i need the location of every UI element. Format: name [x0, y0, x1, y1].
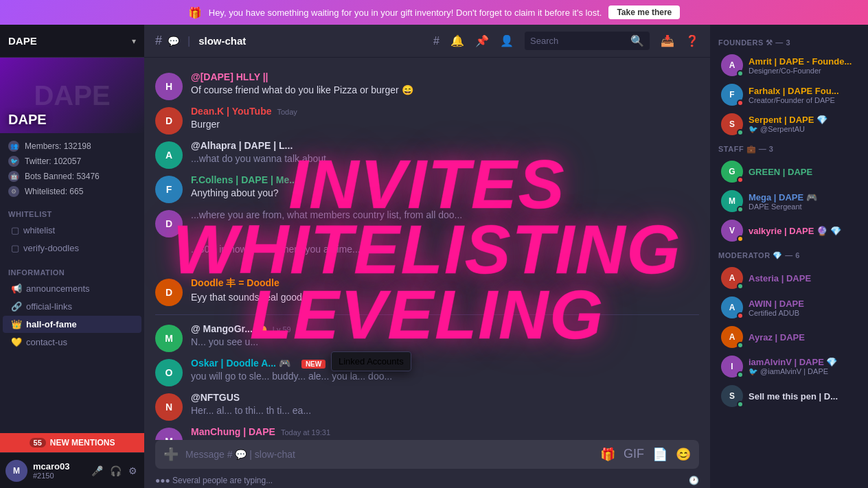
gif-icon[interactable]: GIF	[624, 447, 644, 462]
server-header[interactable]: DAPE ▾	[0, 25, 144, 58]
new-mentions-bar[interactable]: 55 NEW MENTIONS	[0, 433, 144, 452]
notif-text: Hey, you have something waiting for you …	[209, 8, 602, 18]
member-awin[interactable]: A AWIN | DAPE Certified ADUB	[713, 293, 865, 322]
status-online-dot	[737, 342, 744, 349]
inbox-icon[interactable]: 📥	[661, 34, 674, 47]
avatar: N	[155, 393, 183, 421]
megaphone-icon: 📢	[11, 283, 22, 294]
new-badge: NEW	[301, 360, 326, 369]
gift-icon[interactable]: 🎁	[600, 447, 615, 462]
avatar: F	[155, 176, 183, 203]
message-text: Eyy that sounds real good	[191, 291, 699, 305]
message-author: ManChung | DAPE	[191, 426, 275, 437]
emoji-icon[interactable]: 😊	[676, 447, 691, 462]
member-iamalvinv[interactable]: I iamAlvinV | DAPE 💎 🐦 @iamAlvinV | DAPE	[713, 352, 865, 381]
member-info: iamAlvinV | DAPE 💎 🐦 @iamAlvinV | DAPE	[749, 357, 857, 376]
sidebar-content: 👥 Members: 132198 🐦 Twitter: 102057 🤖 Bo…	[0, 133, 144, 433]
member-info: Ayraz | DAPE	[749, 332, 857, 342]
member-asteria[interactable]: A Asteria | DAPE	[713, 264, 865, 292]
message-text: Of course friend what do you like Pizza …	[191, 84, 699, 97]
chat-input[interactable]	[185, 449, 593, 460]
message-header: @[DAPE] HLLY ||	[191, 71, 699, 82]
message-author: @Alhapra | DAPE | L...	[191, 140, 293, 151]
stat-whitelisted: ⚙ Whitelisted: 665	[0, 184, 144, 199]
member-info: Sell me this pen | D...	[749, 391, 857, 402]
member-ayraz[interactable]: A Ayraz | DAPE	[713, 323, 865, 351]
discord-icon: 💬	[168, 36, 179, 47]
search-input[interactable]	[530, 36, 626, 46]
bot-icon: 🤖	[8, 171, 19, 182]
stat-twitter: 🐦 Twitter: 102057	[0, 154, 144, 169]
message-header: Doodle 丰 = Doodle	[191, 277, 699, 290]
threads-icon[interactable]: #	[433, 35, 439, 47]
member-green[interactable]: G GREEN | DAPE	[713, 157, 865, 186]
current-user-name: mcaro03	[33, 461, 84, 472]
member-avatar: A	[721, 54, 743, 76]
headphone-icon[interactable]: 🎧	[108, 464, 123, 478]
notif-cta-button[interactable]: Take me there	[608, 5, 680, 19]
channel-official-links[interactable]: 🔗 official-links	[3, 298, 141, 315]
mentions-count: 55	[30, 438, 46, 448]
settings-icon[interactable]: ⚙	[127, 464, 139, 478]
member-name: Serpent | DAPE 💎	[749, 115, 857, 125]
role-staff-label: STAFF 💼 — 3	[710, 139, 868, 156]
alert-icon[interactable]: 📌	[475, 34, 489, 47]
member-name: GREEN | DAPE	[749, 167, 857, 177]
help-icon[interactable]: ❓	[685, 34, 699, 47]
member-avatar: A	[721, 297, 743, 318]
member-sell-me-pen[interactable]: S Sell me this pen | D...	[713, 382, 865, 410]
member-avatar: F	[721, 84, 743, 106]
mute-icon[interactable]: 🔔	[450, 34, 464, 47]
avatar: A	[155, 141, 183, 169]
member-name: valkyrie | DAPE 🔮 💎	[749, 226, 857, 236]
member-role: Creator/Founder of DAPE	[749, 96, 857, 104]
server-banner: DAPE DAPE	[0, 58, 144, 133]
message-divider	[155, 314, 699, 315]
member-info: Farhalx | DAPE Fou... Creator/Founder of…	[749, 86, 857, 104]
member-avatar: S	[721, 385, 743, 407]
channel-verify-doodles[interactable]: ▢ verify-doodles	[3, 240, 141, 257]
channel-announcements[interactable]: 📢 announcements	[3, 280, 141, 297]
member-info: AWIN | DAPE Certified ADUB	[749, 299, 857, 317]
member-valkyrie[interactable]: V valkyrie | DAPE 🔮 💎	[713, 216, 865, 245]
message-author: Oskar | Doodle A... 🎮	[191, 358, 290, 369]
status-online-dot	[737, 283, 744, 290]
member-avatar: S	[721, 113, 743, 135]
message-text: Her... al... to thi... th ti... ea...	[191, 404, 699, 418]
message-content: Oskar | Doodle A... 🎮 NEW you will go to…	[191, 358, 699, 386]
channel-hall-of-fame[interactable]: 👑 hall-of-fame	[3, 316, 141, 333]
chat-area: # 💬 | slow-chat # 🔔 📌 👤 🔍 📥 ❓ INVITE	[144, 25, 710, 488]
add-icon[interactable]: ➕	[163, 447, 179, 462]
channel-whitelist[interactable]: ▢ whitelist	[3, 222, 141, 239]
member-name: Amrit | DAPE - Founde...	[749, 56, 857, 67]
message-header: ManChung | DAPE Today at 19:31	[191, 426, 699, 437]
message-content: F.Collens | DAPE | Me... Anything about …	[191, 174, 699, 203]
chat-header: # 💬 | slow-chat # 🔔 📌 👤 🔍 📥 ❓	[144, 25, 710, 58]
member-amrit[interactable]: A Amrit | DAPE - Founde... Designer/Co-F…	[713, 51, 865, 80]
message-text: ...30C in how about where you at time...	[191, 243, 699, 257]
member-avatar: A	[721, 267, 743, 289]
message-author: F.Collens | DAPE | Me...	[191, 174, 297, 185]
member-mega[interactable]: M Mega | DAPE 🎮 DAPE Sergeant	[713, 187, 865, 216]
member-farhalx[interactable]: F Farhalx | DAPE Fou... Creator/Founder …	[713, 80, 865, 109]
status-online-dot	[737, 371, 744, 378]
member-name: Mega | DAPE 🎮	[749, 192, 857, 202]
member-name: AWIN | DAPE	[749, 299, 857, 309]
member-serpent[interactable]: S Serpent | DAPE 💎 🐦 @SerpentAU	[713, 110, 865, 139]
member-avatar: V	[721, 220, 743, 242]
message-group: D Dean.K | YouTube Today Burger	[144, 103, 710, 137]
chat-messages: INVITES WHITELISTING LEVELING H @[DAPE] …	[144, 58, 710, 440]
mic-icon[interactable]: 🎤	[90, 464, 104, 478]
current-user-discriminator: #2150	[33, 472, 84, 480]
channel-contact-us[interactable]: 💛 contact-us	[3, 334, 141, 351]
notification-bar: 🎁 Hey, you have something waiting for yo…	[0, 0, 868, 25]
member-info: valkyrie | DAPE 🔮 💎	[749, 226, 857, 236]
message-text: have a good rest bro	[191, 439, 699, 440]
member-avatar: A	[721, 326, 743, 348]
member-role: Certified ADUB	[749, 309, 857, 317]
sticker-icon[interactable]: 📄	[652, 447, 667, 462]
members-icon[interactable]: 👤	[500, 34, 514, 47]
role-moderator-label: MODERATOR 💎 — 6	[710, 246, 868, 263]
current-user-avatar: M	[5, 460, 27, 482]
message-author: @[DAPE] HLLY ||	[191, 71, 269, 82]
